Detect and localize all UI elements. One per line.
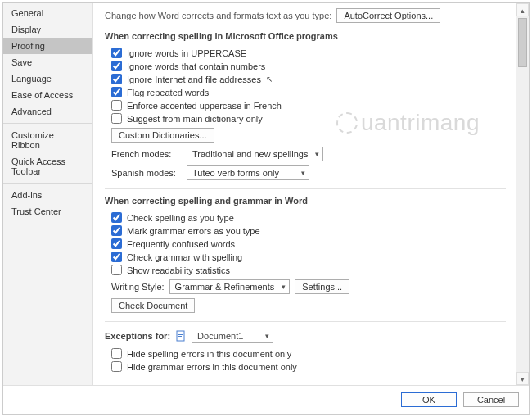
checkbox-mark-grammar-type[interactable]	[111, 225, 122, 236]
sidebar-item-customize-ribbon[interactable]: Customize Ribbon	[3, 127, 92, 153]
option-label: Show readability statistics	[127, 265, 230, 275]
checkbox-main-dictionary[interactable]	[111, 113, 122, 124]
scroll-up-button[interactable]: ▴	[516, 3, 529, 16]
sidebar-item-save[interactable]: Save	[3, 54, 92, 70]
main-area: General Display Proofing Save Language E…	[3, 3, 529, 385]
sidebar-item-advanced[interactable]: Advanced	[3, 103, 92, 120]
option-ignore-numbers[interactable]: Ignore words that contain numbers	[111, 61, 506, 71]
spanish-modes-select[interactable]: Tuteo verb forms only	[187, 165, 309, 180]
options-dialog: General Display Proofing Save Language E…	[2, 2, 530, 415]
section-title-office-spelling: When correcting spelling in Microsoft Of…	[105, 31, 506, 41]
option-ignore-uppercase[interactable]: Ignore words in UPPERCASE	[111, 48, 506, 58]
check-document-button[interactable]: Check Document	[111, 298, 195, 313]
checkbox-ignore-numbers[interactable]	[111, 61, 122, 71]
option-label: Ignore Internet and file addresses	[127, 75, 261, 84]
svg-rect-3	[178, 336, 182, 337]
french-modes-select[interactable]: Traditional and new spellings	[187, 147, 323, 161]
sidebar-divider	[3, 123, 92, 124]
checkbox-french-accent[interactable]	[111, 100, 122, 111]
option-check-spelling-type[interactable]: Check spelling as you type	[111, 212, 506, 223]
writing-style-select[interactable]: Grammar & Refinements	[169, 279, 291, 294]
section-divider	[105, 188, 506, 189]
writing-style-row: Writing Style: Grammar & Refinements Set…	[111, 279, 506, 294]
option-label: Check grammar with spelling	[127, 252, 242, 262]
scroll-thumb[interactable]	[518, 18, 527, 67]
sidebar-item-trust-center[interactable]: Trust Center	[3, 203, 92, 220]
checkbox-flag-repeated[interactable]	[111, 87, 122, 97]
french-modes-label: French modes:	[111, 149, 182, 159]
option-label: Suggest from main dictionary only	[127, 114, 263, 124]
sidebar-item-general[interactable]: General	[3, 5, 92, 21]
checkbox-hide-grammar-errors[interactable]	[111, 361, 122, 372]
spanish-modes-row: Spanish modes: Tuteo verb forms only	[111, 165, 506, 180]
checkbox-check-spelling-type[interactable]	[111, 212, 122, 223]
section-divider	[105, 321, 506, 322]
sidebar-item-proofing[interactable]: Proofing	[3, 38, 92, 54]
content-panel: Change how Word corrects and formats tex…	[93, 3, 529, 385]
option-label: Hide spelling errors in this document on…	[127, 349, 291, 359]
option-ignore-internet[interactable]: Ignore Internet and file addresses ↖	[111, 74, 506, 84]
option-main-dictionary[interactable]: Suggest from main dictionary only	[111, 113, 506, 124]
svg-rect-1	[178, 333, 183, 333]
option-confused-words[interactable]: Frequently confused words	[111, 238, 506, 249]
exceptions-row: Exceptions for: Document1	[105, 329, 506, 343]
sidebar-item-quick-access-toolbar[interactable]: Quick Access Toolbar	[3, 153, 92, 179]
french-modes-row: French modes: Traditional and new spelli…	[111, 147, 506, 161]
cancel-button[interactable]: Cancel	[463, 392, 519, 407]
sidebar: General Display Proofing Save Language E…	[3, 3, 93, 385]
option-hide-spelling-errors[interactable]: Hide spelling errors in this document on…	[111, 348, 506, 359]
exceptions-document-select[interactable]: Document1	[192, 329, 273, 343]
vertical-scrollbar[interactable]: ▴ ▾	[516, 3, 529, 385]
checkbox-confused-words[interactable]	[111, 238, 122, 249]
option-readability-stats[interactable]: Show readability statistics	[111, 265, 506, 275]
option-flag-repeated[interactable]: Flag repeated words	[111, 87, 506, 97]
option-french-accent[interactable]: Enforce accented uppercase in French	[111, 100, 506, 111]
option-label: Flag repeated words	[127, 88, 209, 97]
option-label: Enforce accented uppercase in French	[127, 101, 282, 111]
cursor-icon: ↖	[266, 75, 273, 84]
intro-row: Change how Word corrects and formats tex…	[105, 8, 506, 23]
option-label: Hide grammar errors in this document onl…	[127, 362, 297, 372]
exceptions-label: Exceptions for:	[105, 331, 170, 341]
sidebar-item-ease-of-access[interactable]: Ease of Access	[3, 87, 92, 103]
option-mark-grammar-type[interactable]: Mark grammar errors as you type	[111, 225, 506, 236]
settings-button[interactable]: Settings...	[295, 279, 349, 294]
option-grammar-with-spelling[interactable]: Check grammar with spelling	[111, 252, 506, 262]
checkbox-ignore-internet[interactable]	[111, 74, 122, 84]
option-hide-grammar-errors[interactable]: Hide grammar errors in this document onl…	[111, 361, 506, 372]
sidebar-item-add-ins[interactable]: Add-ins	[3, 187, 92, 203]
option-label: Ignore words that contain numbers	[127, 61, 265, 71]
checkbox-grammar-with-spelling[interactable]	[111, 252, 122, 262]
checkbox-readability-stats[interactable]	[111, 265, 122, 275]
dialog-footer: OK Cancel	[3, 385, 529, 414]
scroll-down-button[interactable]: ▾	[516, 372, 529, 385]
svg-rect-2	[178, 334, 183, 335]
document-icon	[175, 330, 187, 342]
intro-text: Change how Word corrects and formats tex…	[105, 11, 331, 20]
ok-button[interactable]: OK	[401, 392, 457, 407]
sidebar-divider	[3, 183, 92, 184]
autocorrect-options-button[interactable]: AutoCorrect Options...	[336, 8, 440, 23]
option-label: Check spelling as you type	[127, 213, 234, 223]
custom-dictionaries-button[interactable]: Custom Dictionaries...	[111, 128, 214, 143]
checkbox-ignore-uppercase[interactable]	[111, 48, 122, 58]
spanish-modes-label: Spanish modes:	[111, 168, 182, 178]
option-label: Ignore words in UPPERCASE	[127, 48, 246, 58]
sidebar-item-language[interactable]: Language	[3, 70, 92, 87]
checkbox-hide-spelling-errors[interactable]	[111, 348, 122, 359]
section-title-word-spelling: When correcting spelling and grammar in …	[105, 196, 506, 206]
option-label: Frequently confused words	[127, 239, 235, 249]
writing-style-label: Writing Style:	[111, 282, 165, 292]
sidebar-item-display[interactable]: Display	[3, 21, 92, 38]
option-label: Mark grammar errors as you type	[127, 226, 260, 236]
